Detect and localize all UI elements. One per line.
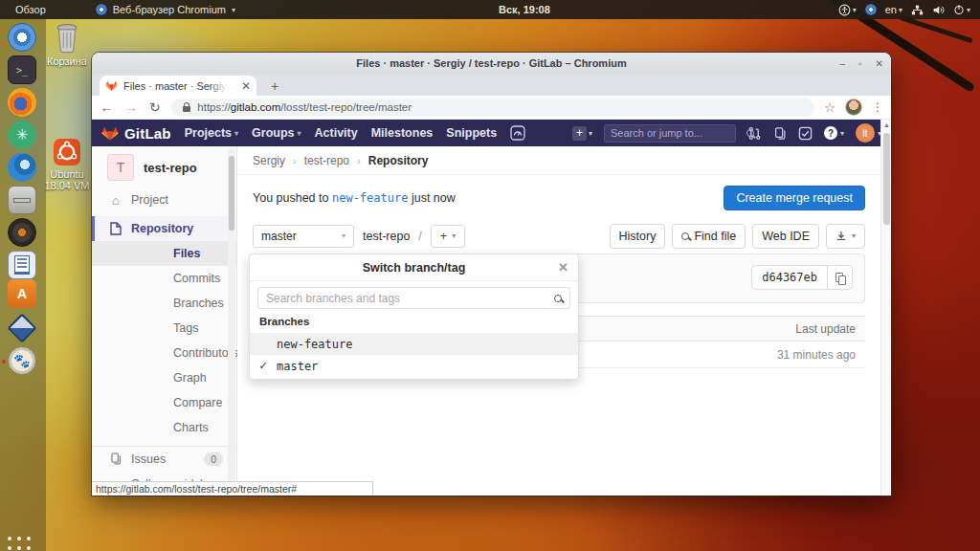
sidebar-item-graph[interactable]: Graph [92, 365, 236, 390]
gitlab-sidebar: T test-repo ⌂ Project Repository Files C… [92, 146, 237, 496]
user-menu[interactable]: lt ▾ [856, 123, 881, 143]
sidebar-item-tags[interactable]: Tags [92, 316, 236, 341]
download-button[interactable]: ▾ [826, 224, 865, 249]
sidebar-item-issues[interactable]: Issues 0 [92, 446, 236, 471]
nav-snippets[interactable]: Snippets [446, 126, 497, 140]
ubuntu-icon [53, 138, 81, 166]
search-icon [681, 232, 689, 240]
network-icon[interactable] [911, 4, 924, 16]
branch-option-new-feature[interactable]: new-feature [250, 333, 578, 355]
app-menu[interactable]: Веб-браузер Chromium ▾ [96, 4, 235, 15]
nav-groups[interactable]: Groups▾ [252, 126, 301, 140]
sidebar-item-repository[interactable]: Repository [92, 216, 236, 241]
branch-search[interactable] [257, 287, 570, 309]
sidebar-item-files[interactable]: Files [92, 241, 236, 266]
issues-icon [109, 452, 122, 465]
dock-rhythmbox-icon[interactable] [8, 218, 38, 249]
branch-option-master[interactable]: ✓ master [250, 355, 578, 377]
find-file-button[interactable]: Find file [672, 224, 746, 249]
download-icon [835, 231, 847, 242]
forward-button[interactable]: → [123, 99, 138, 115]
secure-lock-icon[interactable] [183, 106, 190, 112]
nav-projects[interactable]: Projects▾ [185, 126, 238, 140]
sidebar-item-project[interactable]: ⌂ Project [92, 187, 236, 212]
breadcrumb-user[interactable]: Sergiy [253, 154, 285, 167]
accessibility-menu[interactable]: ▾ [838, 4, 857, 16]
bookmark-star-icon[interactable]: ☆ [824, 100, 835, 115]
address-bar[interactable]: https://gitlab.com/losst/test-repo/tree/… [171, 99, 814, 117]
back-button[interactable]: ← [100, 99, 114, 115]
dock-archive-manager-icon[interactable] [8, 186, 38, 216]
todos-icon[interactable] [798, 126, 813, 141]
dock-chromium-icon[interactable] [8, 23, 38, 54]
repo-path-root[interactable]: test-repo [363, 230, 410, 243]
gitlab-home-link[interactable]: GitLab [101, 124, 171, 142]
running-indicator [2, 29, 6, 33]
commit-sha[interactable]: d64367eb [752, 266, 827, 289]
dock-app-a-icon[interactable]: A [8, 279, 38, 310]
copy-sha-button[interactable] [827, 266, 852, 289]
chevron-down-icon: ▾ [840, 129, 844, 138]
browser-menu-icon[interactable]: ⋮ [872, 100, 883, 114]
clock[interactable]: Вск, 19:08 [499, 0, 550, 19]
sidebar-scrollbar[interactable] [228, 148, 235, 491]
global-search[interactable] [604, 124, 736, 143]
trash-label: Корзина [40, 55, 94, 67]
pushed-branch-link[interactable]: new-feature [332, 191, 408, 205]
vm-desktop-icon[interactable]: Ubuntu 18.04 VM [40, 138, 94, 191]
dock-virtualbox-icon[interactable] [8, 314, 38, 344]
dock-thunderbird-icon[interactable] [8, 153, 38, 184]
trash-desktop-icon[interactable]: Корзина [40, 23, 94, 67]
operations-dashboard-button[interactable] [510, 125, 525, 141]
branch-selector[interactable]: master ▾ [253, 225, 354, 248]
activities-button[interactable]: Обзор [15, 4, 90, 15]
window-titlebar[interactable]: Files · master · Sergiy / test-repo · Gi… [92, 53, 891, 74]
nav-activity[interactable]: Activity [315, 126, 358, 140]
gitlab-page: GitLab Projects▾ Groups▾ Activity Milest… [92, 120, 891, 496]
help-menu[interactable]: ? ▾ [824, 126, 844, 140]
volume-icon[interactable] [932, 4, 945, 16]
gitlab-navbar: GitLab Projects▾ Groups▾ Activity Milest… [92, 120, 891, 146]
copy-icon [835, 273, 844, 283]
dock-gimp-icon[interactable]: 🐾 [8, 346, 38, 377]
new-menu-button[interactable]: + ▾ [572, 126, 592, 141]
reload-button[interactable]: ↻ [147, 99, 162, 115]
close-icon[interactable]: ✕ [558, 260, 568, 275]
maximize-button[interactable]: ▫ [858, 58, 862, 69]
issues-icon[interactable] [773, 126, 787, 141]
tab-close-icon[interactable]: ✕ [241, 79, 251, 93]
sidebar-item-charts[interactable]: Charts [92, 415, 236, 440]
dock-libreoffice-writer-icon[interactable] [8, 251, 38, 281]
close-window-button[interactable]: ✕ [876, 58, 883, 69]
show-applications-button[interactable] [7, 536, 32, 551]
nav-milestones[interactable]: Milestones [371, 126, 434, 140]
power-menu[interactable]: ▾ [953, 4, 970, 15]
create-merge-request-button[interactable]: Create merge request [724, 186, 865, 210]
page-scrollbar[interactable]: ▲ [880, 120, 891, 496]
project-header[interactable]: T test-repo [92, 153, 236, 182]
sidebar-item-branches[interactable]: Branches [92, 291, 236, 316]
dock-terminal-icon[interactable]: >_ [8, 55, 38, 86]
branch-search-input[interactable] [266, 292, 554, 305]
minimize-button[interactable]: – [840, 58, 846, 69]
sidebar-item-commits[interactable]: Commits [92, 266, 236, 291]
browser-profile-avatar[interactable] [845, 99, 862, 116]
dock-cheese-icon[interactable]: ✳ [8, 121, 38, 151]
web-ide-button[interactable]: Web IDE [752, 224, 819, 249]
dock-firefox-icon[interactable] [8, 88, 38, 119]
commit-sha-group: d64367eb [751, 265, 853, 290]
chromium-status-icon[interactable] [865, 4, 877, 15]
new-tab-button[interactable]: + [266, 77, 283, 95]
keyboard-layout[interactable]: en ▾ [885, 4, 902, 15]
sidebar-item-contributors[interactable]: Contributors [92, 341, 236, 365]
breadcrumb-project[interactable]: test-repo [304, 154, 349, 167]
running-indicator [2, 42, 6, 46]
browser-tab[interactable]: Files · master · Sergiy / tes ✕ [100, 76, 256, 96]
global-search-input[interactable] [611, 127, 746, 139]
scrollbar-thumb[interactable] [883, 133, 890, 225]
scroll-up-arrow[interactable]: ▲ [883, 121, 890, 128]
sidebar-item-compare[interactable]: Compare [92, 390, 236, 415]
add-file-button[interactable]: + ▾ [431, 225, 465, 248]
history-button[interactable]: History [610, 224, 666, 249]
browser-toolbar: ← → ↻ https://gitlab.com/losst/test-repo… [92, 96, 891, 120]
